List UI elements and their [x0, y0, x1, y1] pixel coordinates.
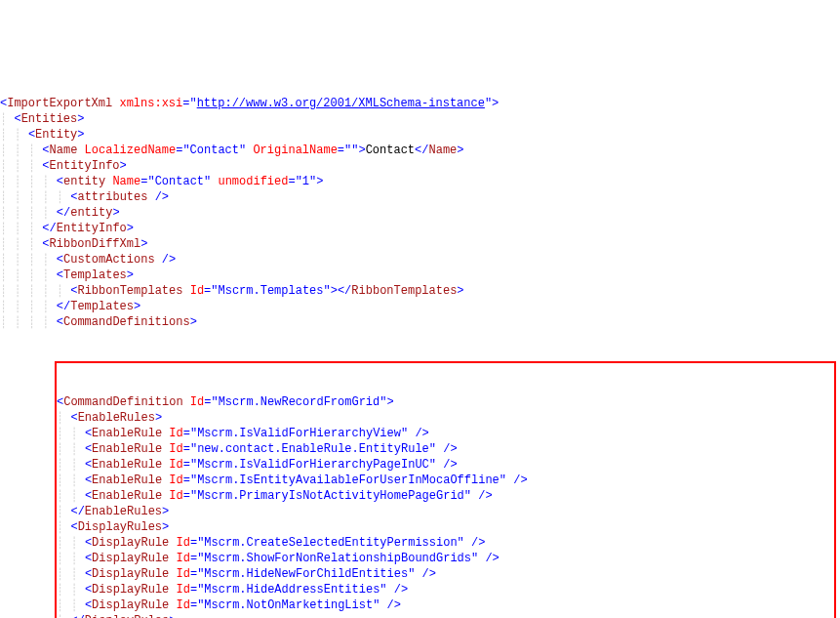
xml-line: <CommandDefinition Id="Mscrm.NewRecordFr… — [57, 394, 834, 410]
xml-line: ┊ </EnableRules> — [57, 504, 834, 519]
xml-line: ┊ ┊ ┊ <EntityInfo> — [0, 158, 840, 174]
xml-line: ┊ ┊ <EnableRule Id="new.contact.EnableRu… — [57, 441, 834, 457]
xml-line: ┊ ┊ ┊ <Name LocalizedName="Contact" Orig… — [0, 143, 840, 158]
xml-line: ┊ </DisplayRules> — [57, 613, 834, 618]
xml-line: ┊ ┊ <DisplayRule Id="Mscrm.CreateSelecte… — [57, 535, 834, 551]
highlight-box: <CommandDefinition Id="Mscrm.NewRecordFr… — [55, 361, 836, 618]
xml-line: ┊ ┊ ┊ ┊ <Templates> — [0, 268, 840, 283]
xml-line: ┊ ┊ <EnableRule Id="Mscrm.IsValidForHier… — [57, 457, 834, 473]
xml-line: <ImportExportXml xmlns:xsi="http://www.w… — [0, 96, 840, 111]
xml-line: ┊ ┊ ┊ ┊ <CustomActions /> — [0, 252, 840, 268]
xml-line: ┊ ┊ ┊ ┊ ┊ <RibbonTemplates Id="Mscrm.Tem… — [0, 283, 840, 299]
xml-line: ┊ ┊ <EnableRule Id="Mscrm.IsValidForHier… — [57, 426, 834, 441]
xml-line: ┊ ┊ ┊ </EntityInfo> — [0, 221, 840, 236]
xml-line: ┊ ┊ ┊ <RibbonDiffXml> — [0, 236, 840, 252]
xml-line: ┊ ┊ <EnableRule Id="Mscrm.PrimaryIsNotAc… — [57, 488, 834, 504]
xml-line: ┊ <EnableRules> — [57, 410, 834, 426]
xml-line: ┊ ┊ <EnableRule Id="Mscrm.IsEntityAvaila… — [57, 473, 834, 488]
xml-line: ┊ ┊ <Entity> — [0, 127, 840, 143]
lines-before-highlight: <ImportExportXml xmlns:xsi="http://www.w… — [0, 96, 840, 330]
xml-line: ┊ <Entities> — [0, 111, 840, 127]
xml-line: ┊ ┊ ┊ ┊ ┊ <attributes /> — [0, 189, 840, 205]
xml-line: ┊ ┊ ┊ ┊ </entity> — [0, 205, 840, 221]
xml-line: ┊ ┊ <DisplayRule Id="Mscrm.HideNewForChi… — [57, 566, 834, 582]
xml-line: ┊ ┊ <DisplayRule Id="Mscrm.ShowForNonRel… — [57, 551, 834, 566]
lines-highlighted: <CommandDefinition Id="Mscrm.NewRecordFr… — [57, 394, 834, 618]
xml-line: ┊ ┊ ┊ ┊ <CommandDefinitions> — [0, 314, 840, 330]
xml-line: ┊ ┊ ┊ ┊ <entity Name="Contact" unmodifie… — [0, 174, 840, 189]
xml-line: ┊ <DisplayRules> — [57, 519, 834, 535]
xml-line: ┊ ┊ <DisplayRule Id="Mscrm.NotOnMarketin… — [57, 597, 834, 613]
xml-code-viewer: <ImportExportXml xmlns:xsi="http://www.w… — [0, 62, 840, 618]
xml-line: ┊ ┊ <DisplayRule Id="Mscrm.HideAddressEn… — [57, 582, 834, 597]
xml-line: ┊ ┊ ┊ ┊ </Templates> — [0, 299, 840, 314]
